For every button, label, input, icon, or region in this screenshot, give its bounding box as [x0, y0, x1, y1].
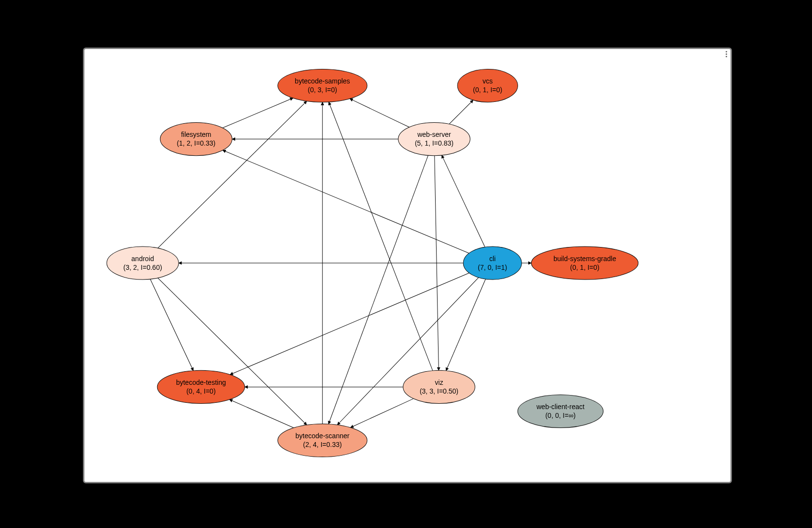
node-bytecode_samples: bytecode-samples(0, 3, I=0): [278, 69, 367, 102]
node-label: bytecode-samples: [295, 77, 350, 85]
node-metrics: (0, 3, I=0): [308, 86, 337, 94]
node-metrics: (3, 2, I=0.60): [123, 264, 162, 271]
node-viz: viz(3, 3, I=0.50): [403, 370, 475, 403]
node-label: bytecode-testing: [176, 379, 226, 386]
node-metrics: (0, 0, I=∞): [545, 412, 576, 419]
node-web_server: web-server(5, 1, I=0.83): [398, 123, 470, 156]
edge-web_server-vcs: [449, 100, 473, 124]
node-metrics: (3, 3, I=0.50): [420, 387, 458, 395]
node-label: web-client-react: [536, 403, 585, 411]
edge-bytecode_scanner-bytecode_testing: [229, 399, 293, 428]
node-label: android: [131, 255, 154, 263]
node-label: web-server: [417, 131, 451, 138]
diagram-canvas: bytecode-samples(0, 3, I=0)vcs(0, 1, I=0…: [83, 48, 732, 483]
node-cli: cli(7, 0, I=1): [463, 247, 521, 280]
scrollbar-dots-icon: [726, 51, 730, 57]
node-label: bytecode-scanner: [295, 432, 350, 440]
node-label: vcs: [483, 77, 493, 85]
node-bytecode_scanner: bytecode-scanner(2, 4, I=0.33): [278, 424, 367, 457]
node-metrics: (5, 1, I=0.83): [415, 139, 454, 147]
node-label: viz: [435, 379, 443, 386]
node-label: build-systems-gradle: [553, 255, 617, 263]
node-bytecode_testing: bytecode-testing(0, 4, I=0): [157, 370, 244, 403]
node-android: android(3, 2, I=0.60): [107, 247, 179, 280]
edge-cli-bytecode_testing: [230, 273, 469, 375]
node-build_gradle: build-systems-gradle(0, 1, I=0): [531, 247, 638, 280]
node-metrics: (7, 0, I=1): [478, 264, 507, 271]
node-filesystem: filesystem(1, 2, I=0.33): [160, 123, 232, 156]
edge-android-bytecode_testing: [150, 279, 194, 371]
edge-web_server-bytecode_samples: [350, 99, 409, 127]
edge-cli-filesystem: [223, 150, 469, 253]
node-metrics: (2, 4, I=0.33): [303, 441, 342, 448]
node-metrics: (0, 1, I=0): [473, 86, 502, 94]
node-label: filesystem: [181, 131, 211, 138]
node-metrics: (1, 2, I=0.33): [177, 139, 215, 147]
edge-filesystem-bytecode_samples: [223, 98, 293, 128]
node-web_client_react: web-client-react(0, 0, I=∞): [518, 395, 603, 428]
edge-viz-bytecode_scanner: [351, 398, 414, 428]
node-label: cli: [489, 255, 496, 263]
node-metrics: (0, 4, I=0): [186, 387, 215, 395]
node-vcs: vcs(0, 1, I=0): [457, 69, 518, 102]
dependency-graph: bytecode-samples(0, 3, I=0)vcs(0, 1, I=0…: [84, 49, 731, 482]
edge-cli-web_server: [442, 155, 485, 247]
node-metrics: (0, 1, I=0): [570, 264, 599, 271]
edge-cli-viz: [446, 279, 486, 371]
edge-cli-bytecode_scanner: [337, 278, 478, 425]
edge-android-bytecode_samples: [158, 101, 307, 248]
diagram-frame: bytecode-samples(0, 3, I=0)vcs(0, 1, I=0…: [76, 41, 736, 487]
